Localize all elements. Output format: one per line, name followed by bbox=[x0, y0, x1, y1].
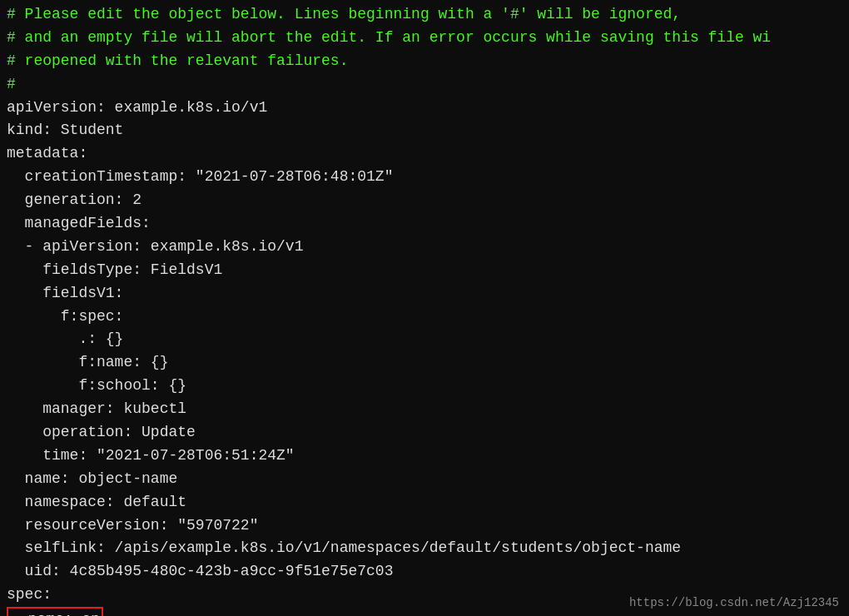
line-18: operation: Update bbox=[7, 421, 842, 445]
line-5: kind: Student bbox=[7, 119, 842, 142]
line-0: # Please edit the object below. Lines be… bbox=[7, 3, 842, 27]
line-17: manager: kubectl bbox=[7, 398, 842, 421]
line-11: fieldsType: FieldsV1 bbox=[7, 259, 842, 282]
line-19: time: "2021-07-28T06:51:24Z" bbox=[7, 445, 842, 468]
line-22: resourceVersion: "5970722" bbox=[7, 514, 842, 538]
line-10: - apiVersion: example.k8s.io/v1 bbox=[7, 236, 842, 259]
line-8: generation: 2 bbox=[7, 189, 842, 212]
code-content: # Please edit the object below. Lines be… bbox=[7, 3, 842, 616]
line-20: name: object-name bbox=[7, 468, 842, 491]
line-24: uid: 4c85b495-480c-423b-a9cc-9f51e75e7c0… bbox=[7, 560, 842, 584]
line-15: f:name: {} bbox=[7, 351, 842, 375]
line-12: fieldsV1: bbox=[7, 282, 842, 306]
terminal-window: # Please edit the object below. Lines be… bbox=[0, 0, 849, 616]
line-13: f:spec: bbox=[7, 306, 842, 329]
line-2: # reopened with the relevant failures. bbox=[7, 50, 842, 73]
line-21: namespace: default bbox=[7, 491, 842, 514]
line-6: metadata: bbox=[7, 142, 842, 166]
line-4: apiVersion: example.k8s.io/v1 bbox=[7, 97, 842, 120]
line-23: selfLink: /apis/example.k8s.io/v1/namesp… bbox=[7, 537, 842, 560]
line-7: creationTimestamp: "2021-07-28T06:48:01Z… bbox=[7, 166, 842, 189]
line-1: # and an empty file will abort the edit.… bbox=[7, 27, 842, 50]
line-3: # bbox=[7, 73, 842, 97]
line-9: managedFields: bbox=[7, 212, 842, 236]
line-16: f:school: {} bbox=[7, 375, 842, 398]
watermark: https://blog.csdn.net/Azj12345 bbox=[629, 596, 839, 609]
highlighted-name-field: name: an bbox=[7, 607, 103, 616]
line-14: .: {} bbox=[7, 328, 842, 351]
